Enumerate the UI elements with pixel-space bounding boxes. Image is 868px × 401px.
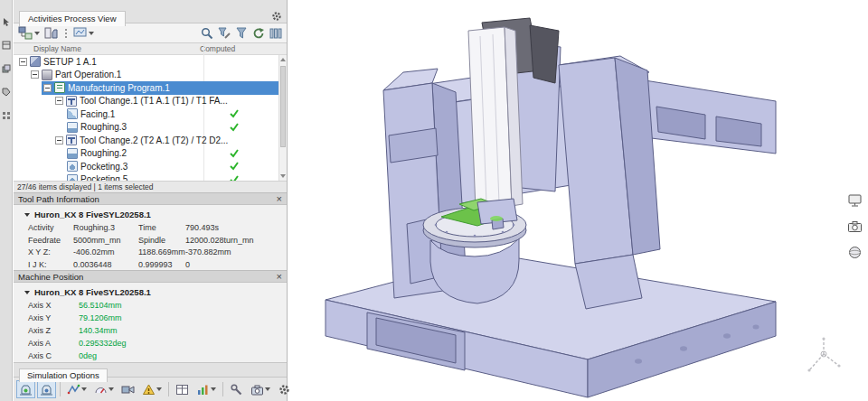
tpi-value: -370.882mm bbox=[185, 247, 287, 256]
sphere-icon[interactable] bbox=[847, 245, 863, 264]
tab-simulation-options[interactable]: Simulation Options bbox=[19, 368, 108, 382]
machine-tree-icon[interactable] bbox=[43, 26, 60, 41]
scroll-up-icon[interactable] bbox=[280, 58, 286, 61]
side-app-strip bbox=[0, 0, 13, 401]
collision-icon[interactable] bbox=[139, 380, 165, 398]
tree-row[interactable]: Roughing.2 bbox=[14, 147, 287, 161]
tool-path-info-body: Huron_KX 8 FiveSYL20258.1 ActivityRoughi… bbox=[14, 205, 287, 270]
tree-row[interactable]: Tool Change.1 (T1 A.1 (T1) / T1 FA... bbox=[14, 95, 287, 108]
axis-label: Axis Z bbox=[28, 326, 79, 335]
grid-icon[interactable] bbox=[2, 107, 11, 124]
viewport-3d[interactable] bbox=[288, 0, 868, 401]
measure-icon[interactable] bbox=[227, 380, 246, 398]
axis-value: 0deg bbox=[79, 351, 287, 360]
chart-icon[interactable] bbox=[193, 380, 219, 398]
tree-scrollbar[interactable] bbox=[278, 55, 287, 181]
tpi-label: Activity bbox=[28, 223, 73, 232]
collapse-icon[interactable] bbox=[55, 136, 63, 145]
settings-icon[interactable] bbox=[275, 380, 294, 398]
panel-icon[interactable] bbox=[2, 37, 11, 53]
close-icon[interactable]: × bbox=[277, 272, 282, 282]
video-icon[interactable] bbox=[118, 380, 137, 398]
tree-row[interactable]: Facing.1 bbox=[14, 107, 287, 121]
chevron-down-icon[interactable] bbox=[24, 291, 30, 294]
layers-icon[interactable] bbox=[2, 61, 11, 77]
facing-operation-icon bbox=[67, 108, 78, 119]
pocketing-operation-icon bbox=[67, 174, 78, 181]
tree-row[interactable]: Pocketing.5 bbox=[14, 173, 287, 182]
tree-row[interactable]: Part Operation.1 bbox=[14, 69, 287, 82]
collapse-icon[interactable] bbox=[31, 70, 39, 79]
tree-row[interactable]: Pocketing.3 bbox=[14, 160, 287, 173]
filter-icon[interactable] bbox=[234, 26, 249, 41]
tree-row-label: Roughing.2 bbox=[80, 148, 130, 158]
axis-value: 56.5104mm bbox=[79, 301, 287, 310]
computed-status-icon bbox=[229, 174, 240, 182]
tag-icon[interactable] bbox=[2, 84, 11, 100]
tpi-value: 790.493s bbox=[185, 223, 287, 232]
machine-simulation-icon[interactable] bbox=[16, 380, 35, 398]
gauge-icon[interactable] bbox=[91, 380, 117, 398]
tree-row-selected[interactable]: Manufacturing Program.1 bbox=[14, 81, 287, 95]
machine-name: Huron_KX 8 FiveSYL20258.1 bbox=[34, 210, 151, 219]
table-report-icon[interactable] bbox=[173, 380, 192, 398]
collapse-icon[interactable] bbox=[19, 58, 27, 66]
tree-row[interactable]: Tool Change.2 (T2 A.1 (T2) / T2 D2... bbox=[14, 134, 287, 147]
tpi-value: 5000mm_mn bbox=[73, 236, 138, 245]
manufacturing-program-icon bbox=[54, 82, 65, 93]
machine-3d-model[interactable] bbox=[288, 0, 868, 401]
axis-label: Axis A bbox=[28, 339, 79, 348]
camera-icon[interactable] bbox=[248, 380, 273, 398]
chevron-down-icon[interactable] bbox=[24, 213, 30, 217]
tool-path-grid: ActivityRoughing.3Time790.493s Feedrate5… bbox=[24, 223, 287, 269]
overflow-dots bbox=[65, 29, 67, 38]
scroll-down-icon[interactable] bbox=[280, 174, 286, 178]
axis-grid: Axis X56.5104mm Axis Y79.1206mm Axis Z14… bbox=[24, 301, 287, 360]
screen-icon[interactable] bbox=[847, 193, 863, 211]
tree-column-header[interactable]: Display Name Computed bbox=[14, 43, 287, 55]
machine-name-row[interactable]: Huron_KX 8 FiveSYL20258.1 bbox=[24, 284, 287, 301]
columns-icon[interactable] bbox=[269, 26, 283, 41]
collapse-icon[interactable] bbox=[55, 97, 63, 105]
tab-activities-process-view[interactable]: Activities Process View bbox=[19, 11, 126, 26]
machine-position-header[interactable]: Machine Position × bbox=[14, 270, 287, 283]
explorer-toolbar bbox=[14, 23, 287, 43]
scrollbar-thumb[interactable] bbox=[280, 66, 286, 147]
tpi-label: Feedrate bbox=[28, 236, 73, 245]
tree-row-label: Manufacturing Program.1 bbox=[68, 83, 174, 93]
tree-row-label: Tool Change.2 (T2 A.1 (T2) / T2 D2... bbox=[80, 135, 231, 145]
tool-path-info-header[interactable]: Tool Path Information × bbox=[14, 192, 287, 205]
tree-row-label: Pocketing.5 bbox=[80, 174, 131, 181]
pointer-icon[interactable] bbox=[2, 14, 11, 30]
machine-position-body: Huron_KX 8 FiveSYL20258.1 Axis X56.5104m… bbox=[14, 283, 287, 362]
computed-status-icon bbox=[229, 161, 240, 173]
computed-status-icon bbox=[229, 122, 240, 135]
pocketing-operation-icon bbox=[67, 161, 78, 172]
material-removal-icon[interactable] bbox=[37, 380, 56, 398]
display-mode-icon[interactable] bbox=[72, 26, 95, 41]
search-icon[interactable] bbox=[200, 26, 214, 41]
refresh-icon[interactable] bbox=[251, 26, 266, 41]
axis-label: Axis X bbox=[28, 301, 79, 310]
filter-edit-icon[interactable] bbox=[217, 26, 231, 41]
tpi-value: Roughing.3 bbox=[73, 223, 138, 232]
axis-triad-icon[interactable] bbox=[803, 336, 844, 381]
tool-path-icon[interactable] bbox=[64, 380, 90, 398]
setup-icon bbox=[30, 56, 41, 67]
tree-row[interactable]: Roughing.3 bbox=[14, 121, 287, 135]
tpi-label: X Y Z: bbox=[28, 247, 73, 256]
process-tree-icon[interactable] bbox=[17, 26, 41, 41]
tree-row-label: Facing.1 bbox=[80, 109, 118, 119]
gear-icon[interactable] bbox=[271, 9, 282, 25]
section-title: Tool Path Information bbox=[18, 194, 99, 204]
panel-tab-bar: Activities Process View bbox=[14, 0, 287, 23]
tree-row-label: Part Operation.1 bbox=[55, 70, 125, 79]
tree-row[interactable]: SETUP 1 A.1 bbox=[14, 55, 287, 69]
camera-icon[interactable] bbox=[847, 219, 863, 237]
machine-name-row[interactable]: Huron_KX 8 FiveSYL20258.1 bbox=[24, 207, 287, 223]
collapse-icon[interactable] bbox=[43, 84, 52, 92]
close-icon[interactable]: × bbox=[277, 194, 282, 204]
column-computed[interactable]: Computed bbox=[200, 44, 235, 53]
column-display-name[interactable]: Display Name bbox=[14, 44, 200, 53]
roughing-operation-icon bbox=[67, 122, 78, 133]
